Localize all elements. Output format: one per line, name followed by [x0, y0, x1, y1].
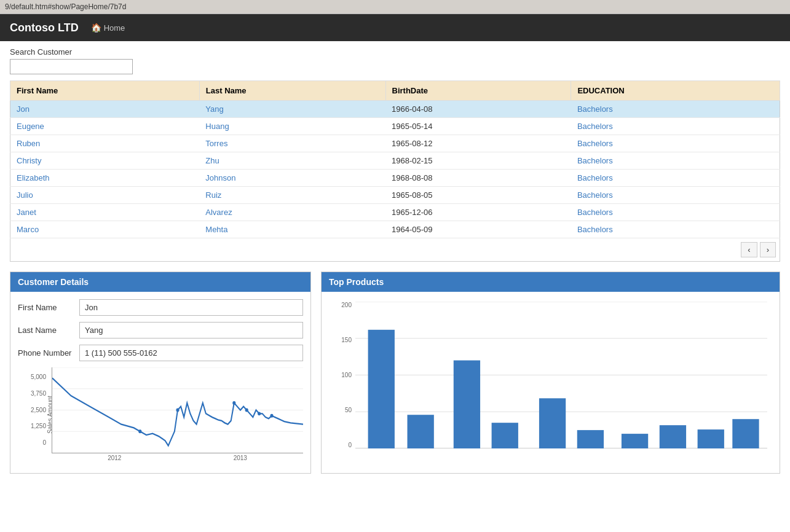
- bottom-panels: Customer Details First Name Last Name Ph…: [10, 272, 780, 474]
- svg-rect-20: [577, 430, 604, 448]
- firstname-row: First Name: [18, 299, 303, 316]
- firstname-label: First Name: [18, 303, 79, 312]
- home-link[interactable]: 🏠 Home: [91, 23, 125, 33]
- table-row[interactable]: Marco Mehta 1964-05-09 Bachelors: [10, 221, 780, 238]
- cell-birthdate: 1965-08-12: [385, 135, 571, 152]
- cell-lastname: Johnson: [199, 170, 385, 187]
- cell-education: Bachelors: [571, 187, 780, 204]
- cell-firstname: Christy: [10, 152, 200, 170]
- customer-details-panel: Customer Details First Name Last Name Ph…: [10, 272, 311, 474]
- svg-point-5: [176, 409, 179, 412]
- table-row[interactable]: Jon Yang 1966-04-08 Bachelors: [10, 101, 780, 118]
- customer-table: First Name Last Name BirthDate EDUCATION…: [10, 80, 780, 238]
- home-icon: 🏠: [91, 23, 101, 33]
- main-content: Search Customer First Name Last Name Bir…: [0, 41, 790, 480]
- cell-education: Bachelors: [571, 118, 780, 135]
- search-input[interactable]: [10, 59, 133, 74]
- cell-firstname: Ruben: [10, 135, 200, 152]
- cell-lastname: Alvarez: [199, 204, 385, 221]
- cell-lastname: Yang: [199, 101, 385, 118]
- brand-name: Contoso LTD: [10, 22, 79, 34]
- home-label: Home: [104, 23, 125, 33]
- next-page-button[interactable]: ›: [760, 242, 776, 257]
- col-birthdate: BirthDate: [385, 81, 571, 101]
- cell-lastname: Mehta: [199, 221, 385, 238]
- svg-rect-18: [492, 423, 518, 448]
- svg-rect-15: [368, 330, 395, 448]
- table-row[interactable]: Elizabeth Johnson 1968-08-08 Bachelors: [10, 170, 780, 187]
- cell-firstname: Elizabeth: [10, 170, 200, 187]
- cell-education: Bachelors: [571, 170, 780, 187]
- navbar: Contoso LTD 🏠 Home: [0, 14, 790, 41]
- search-label: Search Customer: [10, 47, 780, 57]
- col-education: EDUCATION: [571, 81, 780, 101]
- cell-lastname: Huang: [199, 118, 385, 135]
- mini-chart-x-labels: 2012 2013: [52, 453, 303, 461]
- cell-education: Bachelors: [571, 221, 780, 238]
- mini-chart-area: [52, 367, 303, 453]
- pagination-row: ‹ ›: [10, 238, 780, 262]
- svg-point-8: [258, 412, 261, 415]
- cell-lastname: Zhu: [199, 152, 385, 170]
- mini-chart-y-labels: 5,000 3,750 2,500 1,250 0: [18, 374, 49, 446]
- firstname-input[interactable]: [79, 299, 303, 316]
- cell-birthdate: 1965-08-05: [385, 187, 571, 204]
- svg-rect-16: [408, 415, 434, 448]
- table-header-row: First Name Last Name BirthDate EDUCATION: [10, 81, 780, 101]
- col-lastname: Last Name: [199, 81, 385, 101]
- cell-lastname: Ruiz: [199, 187, 385, 204]
- cell-education: Bachelors: [571, 152, 780, 170]
- svg-rect-24: [732, 419, 759, 448]
- prev-page-button[interactable]: ‹: [741, 242, 757, 257]
- cell-education: Bachelors: [571, 135, 780, 152]
- table-row[interactable]: Eugene Huang 1965-05-14 Bachelors: [10, 118, 780, 135]
- cell-birthdate: 1968-02-15: [385, 152, 571, 170]
- bar-chart-svg: Hitch Rack - 4-Bike HL Road Tire LL Road…: [355, 302, 767, 448]
- cell-firstname: Janet: [10, 204, 200, 221]
- svg-point-4: [138, 429, 141, 433]
- phone-input[interactable]: [79, 345, 303, 361]
- customer-details-header: Customer Details: [10, 272, 310, 292]
- cell-lastname: Torres: [199, 135, 385, 152]
- svg-point-6: [232, 401, 235, 405]
- svg-point-7: [245, 409, 248, 412]
- col-firstname: First Name: [10, 81, 200, 101]
- customer-details-body: First Name Last Name Phone Number 5,000 …: [10, 292, 310, 469]
- cell-education: Bachelors: [571, 101, 780, 118]
- cell-firstname: Jon: [10, 101, 200, 118]
- bar-chart-container: 200 150 100 50 0: [322, 292, 780, 473]
- mini-chart-svg: [52, 367, 303, 453]
- top-products-header: Top Products: [322, 272, 780, 292]
- table-row[interactable]: Janet Alvarez 1965-12-06 Bachelors: [10, 204, 780, 221]
- svg-point-9: [270, 414, 273, 418]
- cell-birthdate: 1965-05-14: [385, 118, 571, 135]
- cell-birthdate: 1964-05-09: [385, 221, 571, 238]
- top-products-panel: Top Products 200 150 100 50 0: [321, 272, 780, 474]
- table-row[interactable]: Ruben Torres 1965-08-12 Bachelors: [10, 135, 780, 152]
- lastname-label: Last Name: [18, 326, 79, 335]
- cell-education: Bachelors: [571, 204, 780, 221]
- cell-birthdate: 1966-04-08: [385, 101, 571, 118]
- cell-birthdate: 1968-08-08: [385, 170, 571, 187]
- browser-url-bar: 9/default.htm#show/PageHome/7b7d: [0, 0, 790, 14]
- svg-rect-17: [454, 361, 480, 448]
- bar-chart-y-labels: 200 150 100 50 0: [325, 302, 352, 448]
- svg-rect-22: [660, 425, 686, 448]
- cell-firstname: Marco: [10, 221, 200, 238]
- svg-rect-21: [622, 434, 648, 448]
- cell-firstname: Eugene: [10, 118, 200, 135]
- svg-rect-23: [698, 429, 724, 448]
- phone-row: Phone Number: [18, 345, 303, 361]
- lastname-input[interactable]: [79, 322, 303, 338]
- phone-label: Phone Number: [18, 348, 79, 358]
- lastname-row: Last Name: [18, 322, 303, 338]
- cell-birthdate: 1965-12-06: [385, 204, 571, 221]
- table-row[interactable]: Julio Ruiz 1965-08-05 Bachelors: [10, 187, 780, 204]
- table-row[interactable]: Christy Zhu 1968-02-15 Bachelors: [10, 152, 780, 170]
- cell-firstname: Julio: [10, 187, 200, 204]
- svg-rect-19: [539, 398, 566, 448]
